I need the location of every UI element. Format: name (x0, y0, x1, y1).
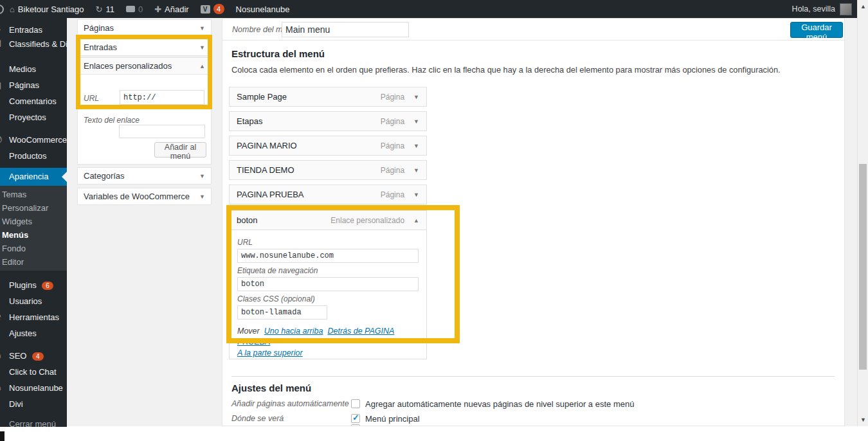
section-divider (231, 376, 835, 377)
custom-links-body: URL Texto del enlace Añadir al menú (77, 75, 212, 165)
sidebar-item-woocommerce[interactable]: Ⓦ WooCommerce (0, 132, 67, 148)
sidebar-item-divi[interactable]: ◒ Divi (0, 396, 67, 412)
avatar (840, 3, 852, 15)
chevron-down-icon[interactable]: ▼ (413, 192, 419, 198)
chevron-down-icon[interactable]: ▼ (199, 194, 205, 200)
comments-icon (126, 6, 135, 12)
accordion-paginas[interactable]: Páginas ▼ (77, 19, 212, 37)
submenu-item-menus[interactable]: Menús (0, 228, 67, 242)
site-link[interactable]: ⌂ Biketour Santiago (4, 0, 89, 18)
wordpress-admin-screen: ⌂ Biketour Santiago ↻ 11 0 ✚ Añadir V 4 … (0, 0, 868, 441)
cloud-icon: ◍ (0, 380, 4, 396)
submenu-item-temas[interactable]: Temas (0, 188, 67, 201)
accordion-woocommerce-variables[interactable]: Variables de WooCommerce ▼ (77, 188, 212, 205)
primary-menu-checkbox[interactable] (351, 414, 360, 423)
menu-item-etapas[interactable]: Etapas Página ▼ (229, 111, 427, 131)
submenu-item-fondo[interactable]: Fondo (0, 242, 67, 255)
display-location-row: Dónde se verá Menú principal (231, 414, 836, 424)
move-to-top-link[interactable]: A la parte superior (237, 348, 303, 357)
menu-item-boton-header[interactable]: boton Enlace personalizado ▲ (229, 210, 427, 230)
sidebar-item-usuarios[interactable]: ● Usuarios (0, 293, 67, 309)
url-label: URL (84, 94, 99, 103)
menu-editor-panel: Nombre del menú Guardar menú Estructura … (222, 18, 845, 426)
accordion-categorias[interactable]: Categorías ▼ (77, 167, 212, 184)
save-menu-button[interactable]: Guardar menú (790, 22, 843, 38)
accordion-enlaces-personalizados[interactable]: Enlaces personalizados ▲ (77, 57, 212, 75)
accordion-entradas[interactable]: Entradas ▼ (77, 39, 212, 56)
new-content-link[interactable]: ✚ Añadir (149, 0, 194, 18)
sidebar-item-nosunelanube[interactable]: ◍ Nosunelanube (0, 380, 67, 396)
submenu-item-personalizar[interactable]: Personalizar (0, 201, 67, 215)
move-up-link[interactable]: Uno hacia arriba (264, 327, 323, 336)
cursor-artifact (0, 431, 5, 441)
home-icon: ⌂ (10, 4, 15, 14)
custom-link-url-input[interactable] (120, 90, 204, 105)
sidebar-item-classifieds[interactable]: ▤ Classifieds & Directory (0, 38, 67, 61)
comments-link[interactable]: 0 (120, 0, 149, 18)
scroll-up-arrow[interactable]: ▲ (858, 1, 868, 12)
primary-menu-option-text: Menú principal (365, 414, 420, 424)
scroll-down-arrow[interactable]: ▼ (858, 415, 868, 425)
updates-icon: ↻ (95, 4, 102, 14)
menu-item-tienda-demo[interactable]: TIENDA DEMO Página ▼ (229, 160, 427, 180)
auto-add-checkbox[interactable] (351, 399, 360, 408)
collapse-menu-button[interactable]: ◀ Cerrar menú (0, 416, 67, 427)
yoast-seo-icon: V (201, 5, 210, 14)
menu-settings-title: Ajustes del menú (231, 382, 311, 393)
sidebar-item-entradas[interactable]: ✚ Entradas (0, 22, 67, 38)
chevron-down-icon[interactable]: ▼ (413, 143, 419, 149)
chevron-down-icon[interactable]: ▼ (199, 25, 205, 32)
sidebar-item-proyectos[interactable]: ◆ Proyectos (0, 109, 67, 125)
menu-item-pagina-prueba[interactable]: PAGINA PRUEBA Página ▼ (229, 184, 427, 204)
sidebar-item-comentarios[interactable]: ● Comentarios (0, 93, 67, 109)
submenu-item-editor[interactable]: Editor (0, 255, 67, 269)
seo-badge: 4 (32, 352, 44, 361)
item-nav-label-input[interactable] (237, 277, 419, 291)
comments-count: 0 (138, 4, 143, 14)
sidebar-item-paginas[interactable]: ▦ Páginas (0, 77, 67, 93)
item-css-classes-input[interactable] (237, 305, 327, 320)
brand-link[interactable]: Nosunelanube (230, 0, 296, 18)
chevron-up-icon[interactable]: ▲ (199, 63, 205, 69)
scrollbar-thumb[interactable] (859, 164, 867, 370)
chat-icon: ◗ (0, 364, 4, 380)
sidebar-item-click-to-chat[interactable]: ◗ Click to Chat (0, 364, 67, 380)
chevron-up-icon[interactable]: ▲ (413, 217, 419, 224)
sidebar-item-ajustes[interactable]: ≡ Ajustes (0, 325, 67, 341)
chevron-down-icon[interactable]: ▼ (199, 44, 205, 51)
sidebar-item-herramientas[interactable]: ⚒ Herramientas (0, 309, 67, 325)
site-name: Biketour Santiago (18, 4, 84, 14)
sidebar-item-seo[interactable]: ◉ SEO 4 (0, 348, 67, 364)
updates-link[interactable]: ↻ 11 (89, 0, 120, 18)
display-location-label: Dónde se verá (231, 414, 351, 423)
add-to-menu-button[interactable]: Añadir al menú (154, 142, 206, 158)
link-text-input[interactable] (119, 125, 205, 138)
menu-name-row: Nombre del menú Guardar menú (222, 19, 844, 40)
secondary-menu-checkbox[interactable] (351, 424, 360, 426)
vertical-scrollbar[interactable]: ▲ ▼ (857, 0, 868, 426)
listing-icon: ▤ (0, 38, 4, 48)
sidebar-item-productos[interactable]: ◈ Productos (0, 148, 67, 164)
seo-notification-badge: 4 (213, 4, 224, 14)
sidebar-item-apariencia[interactable]: ✦ Apariencia (0, 168, 67, 186)
account-menu[interactable]: Hola, sevilla (792, 3, 857, 15)
pages-icon: ▦ (0, 77, 4, 93)
plugins-badge: 6 (42, 282, 53, 290)
submenu-item-widgets[interactable]: Widgets (0, 215, 67, 228)
chevron-down-icon[interactable]: ▼ (199, 173, 205, 179)
plugins-icon: ⌇ (0, 277, 4, 293)
menu-item-boton-settings: URL Etiqueta de navegación Clases CSS (o… (229, 230, 427, 359)
secondary-menu-option-text: Menú secundario (365, 424, 429, 426)
menu-item-sample-page[interactable]: Sample Page Página ▼ (229, 87, 427, 107)
chevron-down-icon[interactable]: ▼ (413, 167, 419, 174)
admin-sidebar: ✚ Entradas ▤ Classifieds & Directory ♪ M… (0, 18, 67, 427)
link-text-label: Texto del enlace (84, 116, 140, 125)
chevron-down-icon[interactable]: ▼ (413, 118, 419, 125)
chevron-down-icon[interactable]: ▼ (413, 94, 419, 100)
seo-admin-link[interactable]: V 4 (195, 0, 230, 18)
item-url-input[interactable] (237, 249, 419, 263)
menu-item-pagina-mario[interactable]: PAGINA MARIO Página ▼ (229, 136, 427, 156)
menu-name-input[interactable] (282, 22, 409, 37)
sidebar-item-medios[interactable]: ♪ Medios (0, 61, 67, 77)
sidebar-item-plugins[interactable]: ⌇ Plugins 6 (0, 277, 67, 293)
